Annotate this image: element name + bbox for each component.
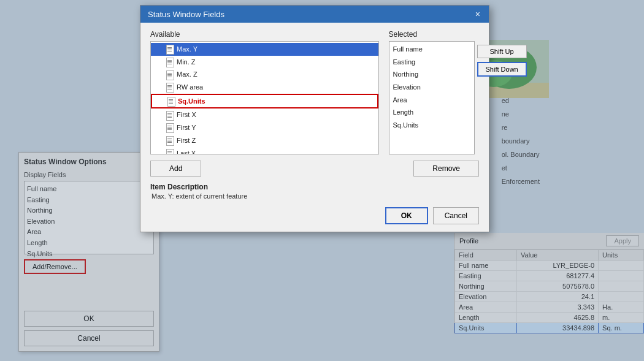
remove-button[interactable]: Remove (413, 161, 479, 177)
available-list-container: Max. YMin. ZMax. ZRW areaSq.UnitsFirst X… (150, 41, 379, 154)
item-description-text: Max. Y: extent of current feature (151, 192, 479, 200)
available-list-item[interactable]: Min. Z (151, 56, 378, 69)
available-list-item[interactable]: Sq.Units (151, 94, 378, 109)
available-item-label: Min. Z (177, 56, 196, 68)
available-item-label: First Z (177, 135, 196, 146)
available-item-label: RW area (177, 82, 203, 93)
available-label: Available (150, 30, 379, 39)
cancel-button[interactable]: Cancel (433, 207, 479, 224)
selected-label: Selected (389, 30, 475, 39)
doc-icon (166, 44, 174, 54)
dialog-close-button[interactable]: × (474, 9, 481, 19)
selected-list-item[interactable]: Elevation (392, 81, 472, 94)
dialog-titlebar: Status Window Fields × (140, 6, 489, 23)
available-item-label: Max. Z (177, 69, 197, 80)
add-button[interactable]: Add (150, 161, 201, 177)
selected-list-item[interactable]: Northing (392, 68, 472, 81)
doc-icon (166, 70, 174, 80)
selected-list-item[interactable]: Easting (392, 56, 472, 69)
item-description-title: Item Description (150, 183, 479, 191)
dialog-title: Status Window Fields (148, 10, 224, 19)
selected-list-item[interactable]: Length (392, 106, 472, 119)
dialog-body: Available Max. YMin. ZMax. ZRW areaSq.Un… (140, 23, 489, 232)
available-item-label: First Y (177, 122, 196, 134)
shift-buttons-area: Shift Up Shift Down (477, 45, 527, 154)
doc-icon (166, 123, 174, 132)
item-description-section: Item Description Max. Y: extent of curre… (150, 183, 479, 200)
doc-icon (166, 135, 174, 145)
ok-button[interactable]: OK (385, 207, 428, 224)
available-item-label: First X (177, 109, 196, 121)
selected-list-item[interactable]: Sq.Units (392, 119, 472, 132)
selected-area: Selected Full nameEastingNorthingElevati… (389, 30, 480, 154)
shift-down-button[interactable]: Shift Down (477, 62, 527, 77)
doc-icon (167, 96, 175, 106)
available-list-item[interactable]: Max. Z (151, 68, 378, 81)
two-col-layout: Available Max. YMin. ZMax. ZRW areaSq.Un… (150, 30, 479, 154)
available-item-label: Max. Y (177, 44, 197, 55)
doc-icon (166, 110, 174, 120)
doc-icon (166, 148, 174, 154)
available-list-item[interactable]: First Z (151, 134, 378, 147)
available-panel: Available Max. YMin. ZMax. ZRW areaSq.Un… (150, 30, 379, 154)
doc-icon (166, 82, 174, 92)
selected-list[interactable]: Full nameEastingNorthingElevationAreaLen… (389, 41, 475, 154)
dialog-footer: OK Cancel (150, 207, 479, 224)
available-list-item[interactable]: First Y (151, 121, 378, 134)
available-list[interactable]: Max. YMin. ZMax. ZRW areaSq.UnitsFirst X… (151, 42, 378, 154)
available-list-item[interactable]: Last X (151, 147, 378, 154)
available-item-label: Sq.Units (178, 96, 205, 107)
available-item-label: Last X (177, 148, 196, 154)
selected-list-item[interactable]: Full name (392, 43, 472, 56)
selected-list-item[interactable]: Area (392, 94, 472, 107)
shift-up-button[interactable]: Shift Up (477, 45, 527, 58)
available-list-item[interactable]: Max. Y (151, 43, 378, 56)
available-list-item[interactable]: First X (151, 108, 378, 121)
doc-icon (166, 57, 174, 67)
action-row: Add Remove (150, 161, 479, 177)
selected-panel: Selected Full nameEastingNorthingElevati… (389, 30, 475, 154)
available-list-item[interactable]: RW area (151, 81, 378, 94)
main-dialog: Status Window Fields × Available Max. YM… (140, 5, 489, 232)
